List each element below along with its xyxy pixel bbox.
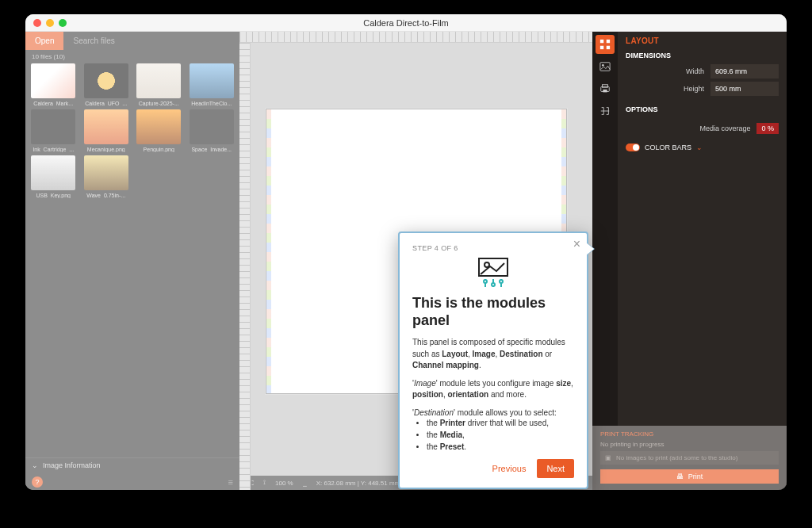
thumbnail-item[interactable]: Ink_Cartridge_... <box>29 109 79 152</box>
width-label: Width <box>686 67 704 75</box>
list-view-icon[interactable]: ≡ <box>228 477 233 487</box>
svg-rect-2 <box>600 46 603 49</box>
svg-point-16 <box>500 280 503 283</box>
tour-paragraph: 'Image' module lets you configure image … <box>412 378 574 401</box>
window-title: Caldera Direct-to-Film <box>25 18 787 28</box>
close-icon[interactable]: × <box>573 238 580 251</box>
tour-illustration-icon <box>412 257 574 289</box>
horizontal-ruler <box>239 32 592 43</box>
section-options: OPTIONS <box>626 105 779 113</box>
image-information-header[interactable]: ⌄ Image Information <box>25 457 239 473</box>
module-channel-mapping-icon[interactable] <box>596 101 615 121</box>
cursor-coords: X: 632.08 mm | Y: 448.51 mm <box>316 480 400 487</box>
svg-rect-8 <box>603 90 607 93</box>
help-button[interactable]: ? <box>32 476 43 488</box>
thumbnail-item[interactable]: Penguin.png <box>134 109 184 152</box>
module-title: LAYOUT <box>626 36 779 45</box>
app-window: Caldera Direct-to-Film Open Search files… <box>25 14 787 490</box>
width-input[interactable] <box>710 64 779 78</box>
tour-popover: × STEP 4 OF 6 This is the modules panel … <box>398 231 588 489</box>
thumbnail-item[interactable]: Wave_0.75in-... <box>82 155 132 198</box>
thumbnail-item[interactable]: Mecanique.png <box>82 109 132 152</box>
tour-title: This is the modules panel <box>412 295 574 329</box>
color-bars-label: COLOR BARS <box>645 143 691 151</box>
measure-icon[interactable]: ⟟ <box>263 479 266 487</box>
tour-step-label: STEP 4 OF 6 <box>412 244 574 252</box>
thumbnail-item[interactable]: Capture-2025-... <box>134 63 184 106</box>
svg-point-12 <box>484 280 487 283</box>
color-bars-toggle[interactable] <box>626 143 640 151</box>
file-browser-panel: Open Search files 10 files (10) Caldera_… <box>25 32 239 490</box>
tour-previous-button[interactable]: Previous <box>492 464 527 473</box>
popover-arrow <box>586 243 594 255</box>
color-bar-left <box>266 109 271 393</box>
thumbnail-item[interactable]: Caldera_Mark... <box>29 63 79 106</box>
tab-search-files[interactable]: Search files <box>63 32 124 50</box>
section-dimensions: DIMENSIONS <box>626 52 779 59</box>
media-coverage-value: 0 % <box>756 123 779 134</box>
tour-paragraph: This panel is composed of specific modul… <box>412 337 574 372</box>
module-content: LAYOUT DIMENSIONS Width Height OPTIONS M… <box>618 32 787 490</box>
svg-point-14 <box>492 283 495 286</box>
module-destination-icon[interactable] <box>596 79 615 98</box>
tab-open[interactable]: Open <box>25 32 63 50</box>
svg-point-5 <box>602 64 604 67</box>
svg-rect-3 <box>607 46 610 49</box>
tour-next-button[interactable]: Next <box>537 459 574 478</box>
height-label: Height <box>684 85 704 93</box>
thumbnail-item[interactable]: Space_Invade... <box>187 109 237 152</box>
color-bars-row[interactable]: COLOR BARS ⌄ <box>626 143 779 151</box>
file-count-label: 10 files (10) <box>25 50 239 63</box>
tour-list: the Printer driver that will be used, th… <box>412 417 574 453</box>
svg-rect-1 <box>607 40 610 43</box>
svg-point-10 <box>485 262 489 267</box>
module-layout-icon[interactable] <box>596 35 615 54</box>
chevron-down-icon: ⌄ <box>696 143 703 151</box>
thumbnail-item[interactable]: HeadInTheClo... <box>187 63 237 106</box>
zoom-level: 100 % <box>275 480 293 487</box>
zoom-slider-icon[interactable]: ⎯ <box>303 480 307 487</box>
media-coverage-label: Media coverage <box>699 124 750 132</box>
chevron-down-icon: ⌄ <box>32 461 38 469</box>
titlebar: Caldera Direct-to-Film <box>25 14 787 32</box>
thumbnail-grid: Caldera_Mark... Caldera_UFO_... Capture-… <box>25 63 239 198</box>
height-input[interactable] <box>710 82 779 96</box>
thumbnail-item[interactable]: USB_Key.png <box>29 155 79 198</box>
module-rail <box>592 32 618 490</box>
svg-rect-9 <box>479 258 508 276</box>
svg-rect-0 <box>600 40 603 43</box>
module-image-icon[interactable] <box>596 57 615 76</box>
modules-panel: LAYOUT DIMENSIONS Width Height OPTIONS M… <box>592 32 787 490</box>
thumbnail-item[interactable]: Caldera_UFO_... <box>82 63 132 106</box>
